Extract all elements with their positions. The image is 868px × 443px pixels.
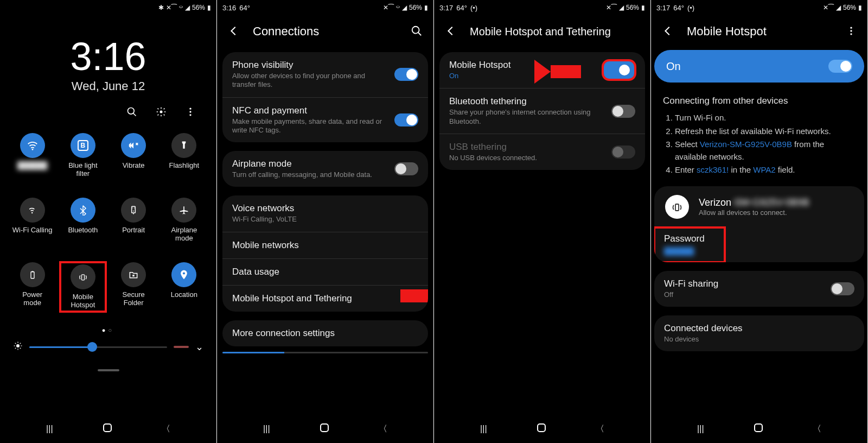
tile-securefolder[interactable]: Secure Folder bbox=[111, 262, 156, 312]
tile-label: Power mode bbox=[22, 291, 42, 307]
step-3: Select Verizon-SM-G925V-0B9B from the av… bbox=[675, 138, 856, 163]
row-title: Mobile Hotspot and Tethering bbox=[232, 293, 352, 304]
row-nfc[interactable]: NFC and paymentMake mobile payments, sha… bbox=[222, 97, 428, 143]
hotspot-master-toggle[interactable]: On bbox=[654, 50, 864, 83]
tile-bluelight[interactable]: BBlue light filter bbox=[60, 133, 105, 178]
home-button[interactable] bbox=[536, 422, 547, 435]
row-sub: Share your phone's internet connection u… bbox=[449, 108, 604, 126]
row-wifi-sharing[interactable]: Wi-Fi sharingOff bbox=[654, 271, 864, 307]
tile-mobilehotspot[interactable]: Mobile Hotspot bbox=[60, 262, 105, 312]
row-mobile-networks[interactable]: Mobile networks bbox=[222, 232, 428, 258]
wifi-icon: ⌔ bbox=[179, 4, 183, 11]
row-sub: Wi-Fi Calling, VoLTE bbox=[232, 215, 418, 224]
back-icon[interactable] bbox=[659, 22, 677, 42]
tile-location[interactable]: Location bbox=[162, 262, 207, 312]
chevron-down-icon[interactable]: ⌄ bbox=[195, 341, 203, 353]
ssid-link: Verizon-SM-G925V-0B9B bbox=[700, 140, 792, 149]
more-icon[interactable] bbox=[843, 22, 860, 41]
tile-powermode[interactable]: Power mode bbox=[10, 262, 55, 312]
row-title: Data usage bbox=[232, 267, 279, 277]
tile-wifi[interactable]: ██████ bbox=[10, 133, 55, 178]
tile-bluetooth[interactable]: Bluetooth bbox=[60, 198, 105, 243]
toggle[interactable] bbox=[394, 162, 418, 175]
svg-line-22 bbox=[15, 343, 16, 344]
row-title: More connection settings bbox=[232, 328, 335, 339]
status-bar: 3:1764°(•) ✕⁀◢56%▮ bbox=[651, 0, 867, 15]
tile-portrait[interactable]: Portrait bbox=[111, 198, 156, 243]
recents-button[interactable]: ||| bbox=[480, 424, 487, 434]
svg-point-27 bbox=[412, 26, 419, 33]
status-time: 3:16 bbox=[222, 4, 236, 12]
svg-point-5 bbox=[189, 114, 191, 116]
svg-point-4 bbox=[189, 111, 191, 112]
airplane-icon bbox=[171, 198, 196, 223]
svg-rect-10 bbox=[132, 206, 136, 213]
toggle[interactable] bbox=[828, 60, 852, 73]
toggle[interactable] bbox=[831, 282, 854, 295]
search-icon[interactable] bbox=[407, 22, 426, 42]
row-bt-tethering[interactable]: Bluetooth tetheringShare your phone's in… bbox=[439, 88, 645, 134]
search-icon[interactable] bbox=[123, 103, 141, 122]
home-button[interactable] bbox=[319, 422, 330, 435]
brightness-row[interactable]: ⌄ bbox=[0, 333, 216, 360]
app-bar: Mobile Hotspot and Tethering bbox=[434, 15, 650, 48]
back-button[interactable]: 〈 bbox=[596, 423, 604, 435]
recents-button[interactable]: ||| bbox=[263, 424, 270, 434]
svg-point-32 bbox=[850, 30, 852, 31]
auto-brightness-toggle[interactable] bbox=[174, 346, 189, 348]
svg-point-11 bbox=[133, 211, 134, 212]
svg-rect-30 bbox=[538, 424, 545, 432]
recents-button[interactable]: ||| bbox=[46, 424, 53, 434]
tile-airplane[interactable]: Airplane mode bbox=[162, 198, 207, 243]
tile-label: Secure Folder bbox=[123, 291, 145, 307]
back-icon[interactable] bbox=[442, 22, 460, 42]
back-button[interactable]: 〈 bbox=[379, 423, 387, 435]
row-hotspot-tethering[interactable]: Mobile Hotspot and Tethering bbox=[222, 285, 428, 312]
toggle-hotspot[interactable] bbox=[603, 60, 635, 80]
wpa2-value: WPA2 bbox=[753, 165, 775, 174]
row-more-settings[interactable]: More connection settings bbox=[222, 320, 428, 346]
tile-flashlight[interactable]: Flashlight bbox=[162, 133, 207, 178]
tile-wificalling[interactable]: Wi-Fi Calling bbox=[10, 198, 55, 243]
scroll-indicator bbox=[222, 352, 428, 353]
battery-icon: ▮ bbox=[207, 4, 211, 11]
row-airplane[interactable]: Airplane modeTurn off calling, messaging… bbox=[222, 151, 428, 187]
panel-handle[interactable] bbox=[98, 369, 119, 371]
svg-rect-26 bbox=[104, 424, 111, 432]
toggle[interactable] bbox=[611, 105, 635, 118]
svg-point-0 bbox=[128, 108, 135, 115]
tile-vibrate[interactable]: Vibrate bbox=[111, 133, 156, 178]
row-connected-devices[interactable]: Connected devicesNo devices bbox=[654, 315, 864, 351]
row-password[interactable]: Password ██████ bbox=[654, 227, 725, 262]
toggle[interactable] bbox=[394, 68, 418, 81]
row-voice-networks[interactable]: Voice networksWi-Fi Calling, VoLTE bbox=[222, 195, 428, 231]
bt-icon: ✱ bbox=[158, 4, 164, 11]
status-time: 3:17 bbox=[439, 4, 453, 12]
home-button[interactable] bbox=[753, 422, 764, 435]
clock-time: 3:16 bbox=[0, 37, 216, 76]
gear-icon[interactable] bbox=[152, 103, 170, 122]
row-data-usage[interactable]: Data usage bbox=[222, 258, 428, 285]
row-network-name[interactable]: Verizon-SM-G925V-0B9B Allow all devices … bbox=[654, 186, 864, 227]
svg-point-33 bbox=[850, 33, 852, 35]
row-usb-tethering: USB tetheringNo USB devices connected. bbox=[439, 134, 645, 170]
more-icon[interactable] bbox=[182, 103, 199, 122]
back-button[interactable]: 〈 bbox=[162, 423, 170, 435]
hotspot-tethering-settings: 3:1764°(•) ✕⁀◢56%▮ Mobile Hotspot and Te… bbox=[434, 0, 651, 443]
row-title: Phone visibility bbox=[232, 60, 387, 71]
recents-button[interactable]: ||| bbox=[697, 424, 704, 434]
row-title: Wi-Fi sharing bbox=[664, 279, 823, 289]
back-button[interactable]: 〈 bbox=[813, 423, 821, 435]
row-phone-visibility[interactable]: Phone visibilityAllow other devices to f… bbox=[222, 52, 428, 97]
folder-icon bbox=[121, 262, 146, 287]
toggle[interactable] bbox=[394, 113, 418, 126]
status-temp: 64° bbox=[673, 4, 684, 12]
back-icon[interactable] bbox=[225, 22, 243, 42]
password-label: Password bbox=[664, 233, 705, 244]
row-mobile-hotspot[interactable]: Mobile HotspotOn bbox=[439, 52, 645, 88]
brightness-slider[interactable] bbox=[29, 342, 167, 352]
svg-rect-13 bbox=[31, 271, 33, 272]
step-4: Enter sczk361! in the WPA2 field. bbox=[675, 164, 856, 176]
ssid-label: Verizon bbox=[699, 197, 731, 208]
home-button[interactable] bbox=[102, 422, 113, 435]
